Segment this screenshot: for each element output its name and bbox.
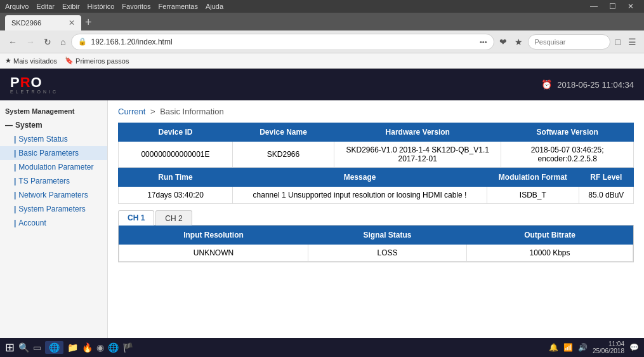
menu-ajuda[interactable]: Ajuda [206,3,223,10]
sidebar-group-system[interactable]: — System [0,118,107,132]
taskbar-chrome[interactable]: ◉ [96,342,104,353]
taskbar-taskview[interactable]: ▭ [33,342,41,353]
col-mod-format: Modulation Format [487,168,579,187]
col-hw-version: Hardware Version [334,123,501,142]
taskbar-explorer[interactable]: 📁 [67,342,78,353]
logo-sub: ELETRONIC [10,90,58,94]
sidebar-section-title: System Management [0,104,107,118]
rf-level-value: 85.0 dBuV [579,187,633,204]
clock-icon: ⏰ [541,79,552,90]
close-button[interactable]: ✕ [622,1,639,11]
col-run-time: Run Time [119,168,233,187]
hw-version-value: SKD2966-V1.0 2018-1-4 SK12D-QB_V1.1 2017… [334,142,501,168]
taskbar-ie[interactable]: 🌐 [108,342,119,353]
logo-area: P R O ELETRONIC [10,76,58,94]
minimize-button[interactable]: — [585,1,603,11]
home-button[interactable]: ⌂ [57,36,69,48]
taskbar-app[interactable]: 🏴 [122,342,133,353]
sidebar-item-modulation-params[interactable]: | Modulation Parameter [0,160,107,174]
menu-editar[interactable]: Editar [36,3,55,10]
volume-icon[interactable]: 🔊 [578,343,588,352]
device-name-value: SKD2966 [233,142,334,168]
ch1-tab[interactable]: CH 1 [118,210,154,226]
bookmark-mais-visitados[interactable]: ★ Mais visitados [5,57,57,65]
sidebar-item-network-params[interactable]: | Network Parameters [0,188,107,202]
new-tab-button[interactable]: + [81,16,96,29]
sidebar-item-basic-params[interactable]: | Basic Parameters [0,146,107,160]
ch1-content: Input Resolution Signal Status Output Bi… [118,225,634,262]
col-message: Message [233,168,487,187]
star-icon: ★ [5,57,11,65]
notifications-panel[interactable]: 💬 [629,343,639,352]
col-device-name: Device Name [233,123,334,142]
sidebar-bullet-icon: | [14,135,16,144]
bookmark-icon: 🔖 [65,57,74,65]
col-input-res: Input Resolution [119,226,308,245]
back-button[interactable]: ← [5,36,20,48]
status-table: Run Time Message Modulation Format RF Le… [118,168,634,204]
taskbar: ⊞ 🔍 ▭ 🌐 📁 🔥 ◉ 🌐 🏴 🔔 📶 🔊 11:04 25/06/2018… [0,338,644,357]
start-button[interactable]: ⊞ [5,340,15,354]
taskbar-search[interactable]: 🔍 [18,342,29,353]
col-rf-level: RF Level [579,168,633,187]
ch1-table: Input Resolution Signal Status Output Bi… [119,226,633,262]
forward-button[interactable]: → [23,36,38,48]
signal-status-value: LOSS [308,245,467,262]
sidebar-bullet-icon-5: | [14,191,16,199]
tab-close-icon[interactable]: ✕ [69,18,75,27]
menu-exibir[interactable]: Exibir [62,3,80,10]
input-res-value: UNKNOWN [119,245,308,262]
pocket-button[interactable]: ❤ [497,36,509,48]
ch2-tab[interactable]: CH 2 [155,210,192,226]
sidebar: System Management — System | System Stat… [0,100,108,338]
menu-arquivo[interactable]: Arquivo [5,3,29,10]
more-options-icon[interactable]: ••• [480,38,487,46]
taskbar-firefox[interactable]: 🔥 [82,342,93,353]
taskbar-clock: 11:04 25/06/2018 [593,340,624,354]
sidebar-item-system-params[interactable]: | System Parameters [0,202,107,216]
notification-icon[interactable]: 🔔 [549,343,558,352]
browser-tab[interactable]: SKD2966 ✕ [5,15,81,30]
tab-title: SKD2966 [11,19,65,27]
device-id-value: 000000000000001E [119,142,233,168]
bookmark-button[interactable]: ★ [512,36,525,48]
refresh-button[interactable]: ↻ [41,36,55,48]
sidebar-item-ts-params[interactable]: | TS Parameters [0,174,107,188]
sidebar-item-account[interactable]: | Account [0,216,107,230]
header-datetime: ⏰ 2018-06-25 11:04:34 [541,79,634,90]
mod-format-value: ISDB_T [487,187,579,204]
breadcrumb: Current > Basic Information [118,107,634,116]
network-icon[interactable]: 📶 [563,343,573,352]
bookmark-primeiros-passos[interactable]: 🔖 Primeiros passos [65,57,129,65]
menu-button[interactable]: ☰ [626,36,639,48]
reader-view-button[interactable]: □ [613,36,623,48]
main-content: Current > Basic Information Device ID De… [108,100,644,338]
menu-ferramentas[interactable]: Ferramentas [159,3,198,10]
sidebar-bullet-icon-7: | [14,219,16,227]
sidebar-bullet-icon-3: | [14,163,16,172]
lock-icon: 🔒 [78,37,87,46]
output-bitrate-value: 10000 Kbps [467,245,633,262]
sidebar-bullet-icon-4: | [14,177,16,185]
menu-favoritos[interactable]: Favoritos [122,3,150,10]
col-device-id: Device ID [119,123,233,142]
col-output-bitrate: Output Bitrate [467,226,633,245]
taskbar-browser[interactable]: 🌐 [45,341,63,354]
sw-version-value: 2018-05-07 03:46:25; encoder:0.2.2.5.8 [501,142,634,168]
col-signal-status: Signal Status [308,226,467,245]
device-info-table: Device ID Device Name Hardware Version S… [118,123,634,168]
sidebar-bullet-icon-6: | [14,205,16,213]
maximize-button[interactable]: ☐ [604,1,621,11]
sidebar-item-system-status[interactable]: | System Status [0,132,107,146]
search-input[interactable] [528,34,610,50]
run-time-value: 17days 03:40:20 [119,187,233,204]
sidebar-bullet-icon-2: | [14,149,16,158]
channel-tabs-container: CH 1 CH 2 Input Resolution Signal Status… [118,210,634,262]
col-sw-version: Software Version [501,123,634,142]
menu-historico[interactable]: Histórico [88,3,115,10]
url-display[interactable]: 192.168.1.20/index.html [91,37,476,46]
collapse-icon: — [5,121,13,130]
message-value: channel 1 Unsupported input resolution o… [233,187,487,204]
